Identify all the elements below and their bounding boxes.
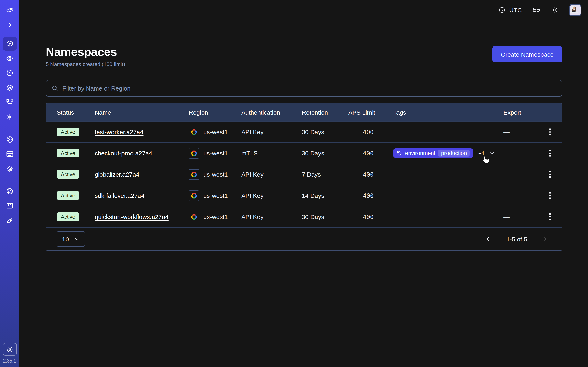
gauge-icon bbox=[6, 135, 14, 143]
table-body: Active test-worker.a27a4 us-west1 API Ke… bbox=[46, 121, 562, 227]
row-menu-button[interactable] bbox=[545, 190, 555, 201]
table-row: Active checkout-prod.a27a4 us-west1 mTLS… bbox=[46, 142, 562, 164]
row-menu-button[interactable] bbox=[545, 211, 555, 223]
aps-limit-value: 400 bbox=[348, 213, 393, 220]
user-avatar[interactable] bbox=[569, 4, 581, 16]
col-aps-limit: APS Limit bbox=[348, 109, 393, 116]
sidebar-item-nexus[interactable] bbox=[0, 95, 19, 110]
sidebar-expand-button[interactable] bbox=[0, 17, 19, 32]
status-badge: Active bbox=[57, 212, 79, 221]
rocket-icon bbox=[6, 217, 14, 225]
retention-value: 30 Days bbox=[302, 128, 348, 135]
table-footer: 10 1-5 of 5 bbox=[46, 227, 562, 250]
sidebar-item-workflows[interactable] bbox=[0, 51, 19, 66]
topbar: UTC bbox=[19, 0, 588, 20]
col-status: Status bbox=[46, 109, 95, 116]
page-title: Namespaces bbox=[46, 45, 125, 59]
row-menu-button[interactable] bbox=[545, 169, 555, 180]
export-value: — bbox=[503, 171, 538, 178]
credit-card-icon bbox=[6, 150, 14, 158]
pagination-range: 1-5 of 5 bbox=[506, 235, 527, 242]
app-version: 2.35.1 bbox=[3, 359, 16, 363]
branch-pipeline-icon bbox=[6, 98, 14, 106]
sidebar-divider bbox=[0, 180, 19, 180]
gcp-provider-icon bbox=[189, 127, 199, 137]
arrow-left-icon bbox=[486, 235, 494, 243]
timer-icon bbox=[6, 69, 14, 77]
sidebar-item-usage[interactable] bbox=[0, 132, 19, 147]
col-authentication: Authentication bbox=[241, 109, 302, 116]
table-row: Active test-worker.a27a4 us-west1 API Ke… bbox=[46, 121, 562, 142]
tags-cell-content: environment production +1 bbox=[393, 149, 495, 158]
namespace-link[interactable]: checkout-prod.a27a4 bbox=[95, 150, 152, 157]
status-badge: Active bbox=[57, 149, 79, 157]
gear-icon bbox=[6, 165, 14, 173]
timezone-selector[interactable]: UTC bbox=[498, 6, 522, 14]
namespace-link[interactable]: quickstart-workflows.a27a4 bbox=[95, 213, 169, 220]
namespace-link[interactable]: test-worker.a27a4 bbox=[95, 128, 143, 135]
retention-value: 14 Days bbox=[302, 192, 348, 199]
main-content: Namespaces 5 Namespaces created (100 lim… bbox=[19, 20, 588, 367]
chevron-down-icon bbox=[74, 236, 79, 242]
auth-value: mTLS bbox=[241, 150, 302, 157]
aps-limit-value: 400 bbox=[348, 171, 393, 178]
sidebar-item-schedules[interactable] bbox=[0, 66, 19, 80]
sun-icon bbox=[551, 6, 559, 14]
gcp-provider-icon bbox=[189, 190, 199, 201]
row-menu-button[interactable] bbox=[545, 126, 555, 138]
col-retention: Retention bbox=[302, 109, 348, 116]
retention-value: 30 Days bbox=[302, 150, 348, 157]
cube-icon bbox=[6, 40, 14, 48]
theme-toggle-button[interactable] bbox=[551, 6, 559, 14]
export-value: — bbox=[503, 150, 538, 157]
export-value: — bbox=[503, 192, 538, 199]
glasses-icon bbox=[532, 6, 540, 14]
status-badge: Active bbox=[57, 170, 79, 179]
gcp-provider-icon bbox=[189, 169, 199, 180]
credits-button[interactable] bbox=[3, 343, 17, 356]
export-value: — bbox=[503, 213, 538, 220]
namespaces-table: Status Name Region Authentication Retent… bbox=[46, 103, 562, 251]
chevron-down-icon bbox=[489, 150, 495, 156]
table-row: Active sdk-failover.a27a4 us-west1 API K… bbox=[46, 185, 562, 206]
namespace-link[interactable]: sdk-failover.a27a4 bbox=[95, 192, 145, 199]
region-label: us-west1 bbox=[203, 213, 228, 220]
sidebar-item-settings[interactable] bbox=[0, 161, 19, 176]
gcp-provider-icon bbox=[189, 211, 199, 222]
sidebar-item-getting-started[interactable] bbox=[0, 213, 19, 228]
docs-sparkle-icon bbox=[6, 202, 14, 210]
status-badge: Active bbox=[57, 128, 79, 136]
auth-value: API Key bbox=[241, 192, 302, 199]
tags-expand-button[interactable] bbox=[489, 150, 495, 156]
status-badge: Active bbox=[57, 191, 79, 200]
sidebar-divider bbox=[0, 128, 19, 128]
app-window: 2.35.1 UTC Namespaces bbox=[0, 0, 588, 367]
table-row: Active globalizer.a27a4 us-west1 API Key… bbox=[46, 164, 562, 185]
page-size-select[interactable]: 10 bbox=[57, 231, 85, 247]
layers-icon bbox=[6, 83, 14, 92]
sidebar-item-docs[interactable] bbox=[0, 199, 19, 213]
next-page-button[interactable] bbox=[539, 235, 548, 243]
sidebar-item-namespaces[interactable] bbox=[0, 36, 19, 51]
sidebar-item-billing[interactable] bbox=[0, 147, 19, 161]
row-menu-button[interactable] bbox=[545, 147, 555, 159]
temporal-logo-icon[interactable] bbox=[0, 3, 19, 17]
filter-input[interactable] bbox=[62, 85, 557, 92]
avatar-portrait bbox=[570, 5, 578, 12]
sidebar-item-deployments[interactable] bbox=[0, 80, 19, 95]
tag-pill[interactable]: environment production bbox=[393, 149, 474, 158]
sidebar-item-support[interactable] bbox=[0, 184, 19, 199]
table-header-row: Status Name Region Authentication Retent… bbox=[46, 103, 562, 121]
region-label: us-west1 bbox=[203, 192, 228, 199]
spiral-eye-icon bbox=[6, 54, 14, 62]
table-row: Active quickstart-workflows.a27a4 us-wes… bbox=[46, 206, 562, 227]
tag-more-count: +1 bbox=[478, 150, 485, 156]
tag-icon bbox=[397, 150, 402, 156]
namespace-link[interactable]: globalizer.a27a4 bbox=[95, 171, 139, 178]
labs-toggle-button[interactable] bbox=[532, 6, 540, 14]
page-size-value: 10 bbox=[62, 235, 69, 242]
page-subtitle: 5 Namespaces created (100 limit) bbox=[46, 61, 125, 67]
prev-page-button[interactable] bbox=[486, 235, 494, 243]
create-namespace-button[interactable]: Create Namespace bbox=[493, 46, 562, 62]
sidebar-item-batch[interactable] bbox=[0, 110, 19, 124]
